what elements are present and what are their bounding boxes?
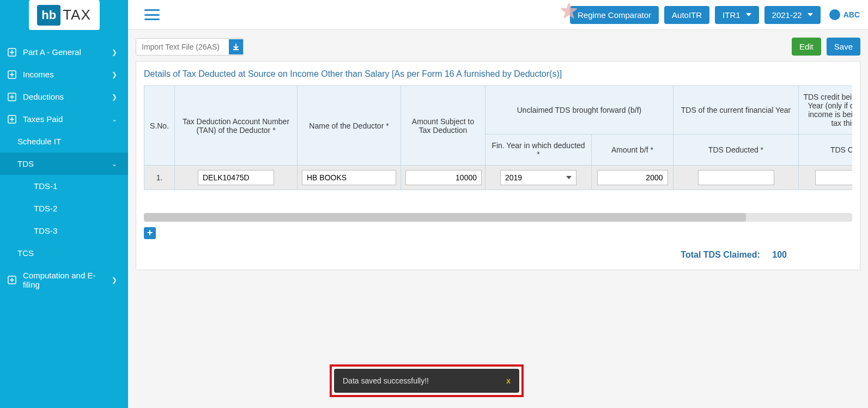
sidebar-item-tds-3[interactable]: TDS-3 <box>0 220 128 242</box>
cell-sno: 1. <box>144 166 175 190</box>
chevron-down-icon: ⌄ <box>112 160 117 168</box>
tan-input[interactable] <box>198 170 274 185</box>
sidebar-item-deductions[interactable]: Deductions ❯ <box>0 86 128 108</box>
sidebar-item-taxes-paid[interactable]: Taxes Paid ⌄ <box>0 108 128 130</box>
table-row: 1. 2019 <box>144 166 853 190</box>
toast-message: Data saved successfully!! <box>343 376 429 385</box>
plus-square-icon <box>8 93 17 101</box>
sidebar-item-tds-1[interactable]: TDS-1 <box>0 175 128 197</box>
horizontal-scrollbar[interactable] <box>144 213 852 222</box>
sidebar-label: Computation and E-filing <box>23 271 112 289</box>
logo[interactable]: hb TAX <box>29 0 100 30</box>
add-row-button[interactable]: + <box>144 227 156 239</box>
sidebar-item-incomes[interactable]: Incomes ❯ <box>0 63 128 86</box>
sidebar-label: Deductions <box>23 92 112 101</box>
chevron-right-icon: ❯ <box>112 93 117 101</box>
total-claimed-value: 100 <box>772 250 787 260</box>
import-file-control <box>136 38 244 56</box>
sidebar-label: Incomes <box>23 70 112 79</box>
th-tan: Tax Deduction Account Number (TAN) of th… <box>175 86 298 166</box>
fin-year-select[interactable]: 2019 <box>500 170 576 185</box>
main-content: Edit Save Details of Tax Deducted at Sou… <box>128 30 868 408</box>
sidebar-item-part-a-general[interactable]: Part A - General ❯ <box>0 41 128 63</box>
save-button[interactable]: Save <box>827 38 860 56</box>
th-unclaimed: Unclaimed TDS brought forward (b/f) <box>485 86 673 135</box>
scrollbar-thumb[interactable] <box>144 213 746 222</box>
tds-deducted-input[interactable] <box>698 170 774 185</box>
plus-square-icon <box>8 276 17 284</box>
th-sno: S.No. <box>144 86 175 166</box>
user-name: ABC <box>843 10 860 19</box>
topbar: Regime Comparator AutoITR ITR1 2021-22 A… <box>128 0 868 30</box>
deductor-name-input[interactable] <box>302 170 396 185</box>
import-file-input[interactable] <box>136 39 229 55</box>
sidebar-item-schedule-it[interactable]: Schedule IT <box>0 130 128 153</box>
user-menu[interactable]: ABC <box>829 9 860 20</box>
th-tds-current: TDS of the current financial Year <box>673 86 799 135</box>
th-tds-credit: TDS credit being claimed this Year (only… <box>799 86 853 135</box>
sidebar-label: Part A - General <box>23 47 112 57</box>
edit-button[interactable]: Edit <box>792 38 821 56</box>
sidebar-label: TDS <box>17 159 112 168</box>
toast: Data saved successfully!! x <box>334 369 519 393</box>
chevron-down-icon: ⌄ <box>112 115 117 123</box>
total-claimed-label: Total TDS Claimed: <box>681 250 760 259</box>
chevron-right-icon: ❯ <box>112 48 117 56</box>
import-download-button[interactable] <box>229 39 243 54</box>
amount-bf-input[interactable] <box>597 170 668 185</box>
chevron-right-icon: ❯ <box>112 71 117 78</box>
logo-hb: hb <box>37 5 60 26</box>
sidebar-item-tcs[interactable]: TCS <box>0 242 128 264</box>
sidebar: hb TAX Part A - General ❯ Incomes ❯ Dedu… <box>0 0 128 408</box>
total-tds-claimed: Total TDS Claimed: 100 <box>144 250 852 260</box>
th-name: Name of the Deductor * <box>298 86 401 166</box>
autoitr-button[interactable]: AutoITR <box>664 6 709 24</box>
logo-container: hb TAX <box>0 0 128 41</box>
plus-square-icon <box>8 48 17 57</box>
sidebar-item-tds[interactable]: TDS ⌄ <box>0 153 128 175</box>
total-label: Total: <box>144 190 853 209</box>
plus-square-icon <box>8 70 17 79</box>
action-bar: Edit Save <box>136 38 860 56</box>
itr-dropdown[interactable]: ITR1 <box>715 6 759 24</box>
sidebar-label: Taxes Paid <box>23 114 112 124</box>
th-amount-subject: Amount Subject to Tax Deduction <box>401 86 485 166</box>
hamburger-menu-icon[interactable] <box>144 9 160 20</box>
tds-claimed-input[interactable] <box>815 170 853 185</box>
tds-table: S.No. Tax Deduction Account Number (TAN)… <box>144 86 852 209</box>
year-label: 2021-22 <box>772 10 802 20</box>
itr-label: ITR1 <box>723 10 740 20</box>
logo-tax: TAX <box>63 7 91 23</box>
card-title: Details of Tax Deducted at Source on Inc… <box>144 69 852 79</box>
tds-card: Details of Tax Deducted at Source on Inc… <box>136 61 860 270</box>
sidebar-item-tds-2[interactable]: TDS-2 <box>0 197 128 220</box>
regime-comparator-button[interactable]: Regime Comparator <box>570 6 659 24</box>
th-amount-bf: Amount b/f * <box>592 135 673 166</box>
toast-highlight: Data saved successfully!! x <box>330 364 524 397</box>
toast-close-button[interactable]: x <box>506 376 511 385</box>
th-fin-year: Fin. Year in which deducted * <box>485 135 592 166</box>
th-tds-claimed-sub: TDS Claimed <box>799 135 853 166</box>
amount-subject-input[interactable] <box>405 170 482 185</box>
sidebar-item-computation[interactable]: Computation and E-filing ❯ <box>0 264 128 296</box>
year-dropdown[interactable]: 2021-22 <box>764 6 821 24</box>
chevron-right-icon: ❯ <box>112 276 117 284</box>
total-row: Total: <box>144 190 853 209</box>
th-tds-deducted: TDS Deducted * <box>673 135 799 166</box>
avatar-icon <box>829 9 840 20</box>
plus-square-icon <box>8 115 17 124</box>
table-scroll-container: S.No. Tax Deduction Account Number (TAN)… <box>144 86 852 209</box>
